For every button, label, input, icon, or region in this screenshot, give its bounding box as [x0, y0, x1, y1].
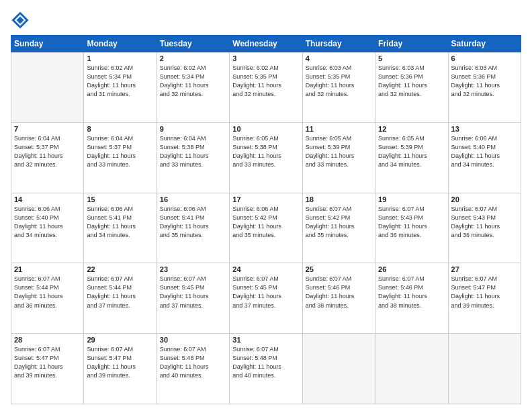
calendar-cell: 28Sunrise: 6:07 AM Sunset: 5:47 PM Dayli… [11, 334, 84, 404]
day-info: Sunrise: 6:04 AM Sunset: 5:37 PM Dayligh… [87, 134, 153, 169]
calendar-table: SundayMondayTuesdayWednesdayThursdayFrid… [11, 35, 521, 404]
calendar-cell: 27Sunrise: 6:07 AM Sunset: 5:47 PM Dayli… [448, 263, 521, 334]
logo-icon [11, 11, 30, 30]
day-info: Sunrise: 6:07 AM Sunset: 5:44 PM Dayligh… [14, 275, 81, 310]
calendar-cell: 13Sunrise: 6:06 AM Sunset: 5:40 PM Dayli… [448, 122, 521, 193]
calendar-cell: 3Sunrise: 6:02 AM Sunset: 5:35 PM Daylig… [230, 52, 302, 123]
calendar-cell: 5Sunrise: 6:03 AM Sunset: 5:36 PM Daylig… [375, 52, 448, 123]
day-number: 23 [160, 265, 226, 273]
calendar-cell: 22Sunrise: 6:07 AM Sunset: 5:44 PM Dayli… [84, 263, 157, 334]
day-number: 2 [160, 54, 226, 62]
day-number: 8 [87, 125, 153, 133]
day-number: 9 [160, 125, 226, 133]
calendar-cell: 9Sunrise: 6:04 AM Sunset: 5:38 PM Daylig… [157, 122, 229, 193]
day-number: 12 [378, 125, 445, 133]
day-number: 6 [451, 54, 518, 62]
calendar-cell: 30Sunrise: 6:07 AM Sunset: 5:48 PM Dayli… [157, 334, 229, 404]
calendar-cell: 10Sunrise: 6:05 AM Sunset: 5:38 PM Dayli… [230, 122, 302, 193]
calendar-header-monday: Monday [84, 36, 157, 52]
calendar-cell: 19Sunrise: 6:07 AM Sunset: 5:43 PM Dayli… [375, 193, 448, 263]
calendar-cell [11, 52, 84, 123]
day-info: Sunrise: 6:07 AM Sunset: 5:47 PM Dayligh… [87, 345, 153, 380]
day-info: Sunrise: 6:02 AM Sunset: 5:34 PM Dayligh… [87, 64, 153, 99]
day-number: 26 [378, 265, 445, 273]
day-info: Sunrise: 6:07 AM Sunset: 5:46 PM Dayligh… [306, 275, 372, 310]
calendar-cell: 4Sunrise: 6:03 AM Sunset: 5:35 PM Daylig… [302, 52, 375, 123]
day-info: Sunrise: 6:06 AM Sunset: 5:41 PM Dayligh… [160, 205, 226, 240]
calendar-header-wednesday: Wednesday [230, 36, 302, 52]
calendar-header-friday: Friday [375, 36, 448, 52]
page: SundayMondayTuesdayWednesdayThursdayFrid… [0, 0, 532, 411]
day-info: Sunrise: 6:03 AM Sunset: 5:36 PM Dayligh… [378, 64, 445, 99]
day-number: 29 [87, 336, 153, 344]
day-info: Sunrise: 6:05 AM Sunset: 5:39 PM Dayligh… [378, 134, 445, 169]
day-number: 5 [378, 54, 445, 62]
calendar-header-row: SundayMondayTuesdayWednesdayThursdayFrid… [11, 36, 521, 52]
calendar-cell: 29Sunrise: 6:07 AM Sunset: 5:47 PM Dayli… [84, 334, 157, 404]
day-info: Sunrise: 6:02 AM Sunset: 5:35 PM Dayligh… [232, 64, 299, 99]
day-info: Sunrise: 6:07 AM Sunset: 5:48 PM Dayligh… [232, 345, 299, 380]
day-info: Sunrise: 6:07 AM Sunset: 5:42 PM Dayligh… [306, 205, 372, 240]
day-number: 25 [306, 265, 372, 273]
calendar-cell: 15Sunrise: 6:06 AM Sunset: 5:41 PM Dayli… [84, 193, 157, 263]
day-number: 21 [14, 265, 81, 273]
day-number: 16 [160, 195, 226, 203]
day-number: 31 [232, 336, 299, 344]
day-number: 28 [14, 336, 81, 344]
day-info: Sunrise: 6:06 AM Sunset: 5:41 PM Dayligh… [87, 205, 153, 240]
calendar-cell: 21Sunrise: 6:07 AM Sunset: 5:44 PM Dayli… [11, 263, 84, 334]
calendar-week-4: 21Sunrise: 6:07 AM Sunset: 5:44 PM Dayli… [11, 263, 521, 334]
day-number: 27 [451, 265, 518, 273]
day-number: 22 [87, 265, 153, 273]
day-info: Sunrise: 6:07 AM Sunset: 5:46 PM Dayligh… [378, 275, 445, 310]
calendar-week-2: 7Sunrise: 6:04 AM Sunset: 5:37 PM Daylig… [11, 122, 521, 193]
day-info: Sunrise: 6:07 AM Sunset: 5:47 PM Dayligh… [451, 275, 518, 310]
day-info: Sunrise: 6:02 AM Sunset: 5:34 PM Dayligh… [160, 64, 226, 99]
calendar-week-3: 14Sunrise: 6:06 AM Sunset: 5:40 PM Dayli… [11, 193, 521, 263]
header [11, 11, 521, 30]
day-info: Sunrise: 6:05 AM Sunset: 5:39 PM Dayligh… [306, 134, 372, 169]
calendar-cell: 26Sunrise: 6:07 AM Sunset: 5:46 PM Dayli… [375, 263, 448, 334]
day-number: 3 [232, 54, 299, 62]
calendar-header-thursday: Thursday [302, 36, 375, 52]
calendar-cell: 11Sunrise: 6:05 AM Sunset: 5:39 PM Dayli… [302, 122, 375, 193]
day-info: Sunrise: 6:07 AM Sunset: 5:47 PM Dayligh… [14, 345, 81, 380]
day-info: Sunrise: 6:03 AM Sunset: 5:36 PM Dayligh… [451, 64, 518, 99]
calendar-cell: 31Sunrise: 6:07 AM Sunset: 5:48 PM Dayli… [230, 334, 302, 404]
calendar-cell: 7Sunrise: 6:04 AM Sunset: 5:37 PM Daylig… [11, 122, 84, 193]
day-number: 30 [160, 336, 226, 344]
day-info: Sunrise: 6:07 AM Sunset: 5:43 PM Dayligh… [451, 205, 518, 240]
calendar-cell: 8Sunrise: 6:04 AM Sunset: 5:37 PM Daylig… [84, 122, 157, 193]
day-number: 11 [306, 125, 372, 133]
calendar-cell: 12Sunrise: 6:05 AM Sunset: 5:39 PM Dayli… [375, 122, 448, 193]
calendar-header-saturday: Saturday [448, 36, 521, 52]
calendar-cell: 23Sunrise: 6:07 AM Sunset: 5:45 PM Dayli… [157, 263, 229, 334]
calendar-cell: 18Sunrise: 6:07 AM Sunset: 5:42 PM Dayli… [302, 193, 375, 263]
day-number: 4 [306, 54, 372, 62]
calendar-week-1: 1Sunrise: 6:02 AM Sunset: 5:34 PM Daylig… [11, 52, 521, 123]
calendar-cell: 24Sunrise: 6:07 AM Sunset: 5:45 PM Dayli… [230, 263, 302, 334]
day-info: Sunrise: 6:04 AM Sunset: 5:37 PM Dayligh… [14, 134, 81, 169]
calendar-cell: 1Sunrise: 6:02 AM Sunset: 5:34 PM Daylig… [84, 52, 157, 123]
day-number: 24 [232, 265, 299, 273]
calendar-cell: 2Sunrise: 6:02 AM Sunset: 5:34 PM Daylig… [157, 52, 229, 123]
calendar-cell: 6Sunrise: 6:03 AM Sunset: 5:36 PM Daylig… [448, 52, 521, 123]
day-number: 10 [232, 125, 299, 133]
calendar-header-sunday: Sunday [11, 36, 84, 52]
day-number: 15 [87, 195, 153, 203]
day-number: 13 [451, 125, 518, 133]
day-info: Sunrise: 6:06 AM Sunset: 5:40 PM Dayligh… [451, 134, 518, 169]
calendar-cell: 17Sunrise: 6:06 AM Sunset: 5:42 PM Dayli… [230, 193, 302, 263]
day-number: 18 [306, 195, 372, 203]
calendar-cell [448, 334, 521, 404]
calendar-header-tuesday: Tuesday [157, 36, 229, 52]
day-info: Sunrise: 6:06 AM Sunset: 5:42 PM Dayligh… [232, 205, 299, 240]
day-info: Sunrise: 6:07 AM Sunset: 5:43 PM Dayligh… [378, 205, 445, 240]
day-info: Sunrise: 6:07 AM Sunset: 5:44 PM Dayligh… [87, 275, 153, 310]
day-info: Sunrise: 6:05 AM Sunset: 5:38 PM Dayligh… [232, 134, 299, 169]
day-info: Sunrise: 6:04 AM Sunset: 5:38 PM Dayligh… [160, 134, 226, 169]
calendar-cell [302, 334, 375, 404]
calendar-cell: 25Sunrise: 6:07 AM Sunset: 5:46 PM Dayli… [302, 263, 375, 334]
day-number: 20 [451, 195, 518, 203]
day-number: 19 [378, 195, 445, 203]
